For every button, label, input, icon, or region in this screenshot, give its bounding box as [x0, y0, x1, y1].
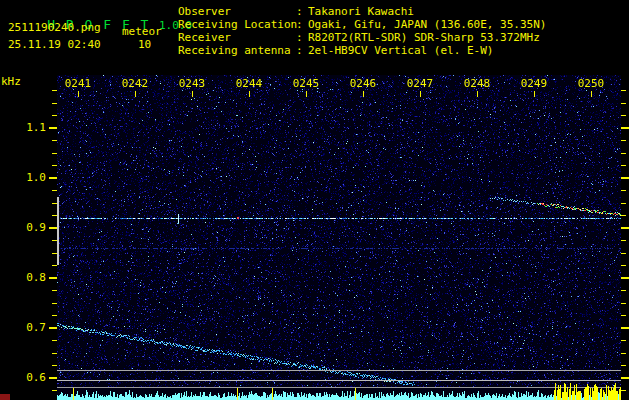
freq-minor-tick: [52, 90, 57, 91]
freq-minor-tick: [52, 240, 57, 241]
freq-minor-tick: [621, 315, 626, 316]
freq-minor-tick: [621, 290, 626, 291]
info-value: 2el-HB9CV Vertical (el. E-W): [308, 44, 493, 57]
freq-major-tick: [49, 227, 57, 229]
file-name: 2511190240.png: [8, 21, 101, 34]
info-colon: :: [296, 44, 308, 57]
info-colon: :: [296, 5, 308, 18]
time-tick: [249, 91, 250, 97]
info-colon: :: [296, 18, 308, 31]
spectrogram-canvas: [57, 75, 621, 400]
freq-minor-tick: [52, 365, 57, 366]
info-row: Receiving antenna:2el-HB9CV Vertical (el…: [178, 44, 546, 57]
time-tick: [363, 91, 364, 97]
time-tick: [135, 91, 136, 97]
info-value: Takanori Kawachi: [308, 5, 414, 18]
freq-label: 0.6: [4, 371, 46, 384]
info-row: Observer:Takanori Kawachi: [178, 5, 546, 18]
freq-minor-tick: [52, 153, 57, 154]
time-label: 0250: [576, 77, 606, 90]
freq-major-tick: [621, 127, 629, 129]
freq-minor-tick: [621, 340, 626, 341]
time-label: 0245: [291, 77, 321, 90]
time-label: 0242: [120, 77, 150, 90]
freq-minor-tick: [52, 103, 57, 104]
freq-minor-tick: [621, 203, 626, 204]
freq-minor-tick: [621, 115, 626, 116]
freq-label: 1.0: [4, 171, 46, 184]
freq-minor-tick: [621, 253, 626, 254]
freq-minor-tick: [621, 265, 626, 266]
freq-label: 1.1: [4, 121, 46, 134]
freq-minor-tick: [52, 390, 57, 391]
info-label: Receiving antenna: [178, 44, 296, 57]
info-row: Receiver:R820T2(RTL-SDR) SDR-Sharp 53.37…: [178, 31, 546, 44]
freq-minor-tick: [52, 140, 57, 141]
time-label: 0249: [519, 77, 549, 90]
mode-label: meteor: [122, 25, 162, 38]
time-tick: [477, 91, 478, 97]
freq-minor-tick: [52, 115, 57, 116]
freq-minor-tick: [52, 303, 57, 304]
hrofft-window: H R O F F T1.0.0 2511190240.png meteor 2…: [0, 0, 629, 400]
freq-major-tick: [49, 377, 57, 379]
time-label: 0246: [348, 77, 378, 90]
freq-minor-tick: [52, 290, 57, 291]
info-row: Receiving Location:Ogaki, Gifu, JAPAN (1…: [178, 18, 546, 31]
freq-minor-tick: [621, 190, 626, 191]
freq-major-tick: [49, 277, 57, 279]
time-tick: [192, 91, 193, 97]
freq-minor-tick: [621, 165, 626, 166]
freq-minor-tick: [52, 340, 57, 341]
info-label: Receiving Location: [178, 18, 296, 31]
freq-major-tick: [621, 327, 629, 329]
freq-minor-tick: [52, 203, 57, 204]
freq-minor-tick: [621, 153, 626, 154]
time-label: 0241: [63, 77, 93, 90]
freq-minor-tick: [621, 103, 626, 104]
info-colon: :: [296, 31, 308, 44]
time-tick: [306, 91, 307, 97]
freq-label: 0.7: [4, 321, 46, 334]
freq-minor-tick: [621, 140, 626, 141]
freq-major-tick: [49, 177, 57, 179]
freq-minor-tick: [621, 390, 626, 391]
freq-axis-unit: kHz: [1, 75, 21, 88]
freq-minor-tick: [52, 253, 57, 254]
info-label: Receiver: [178, 31, 296, 44]
info-value: R820T2(RTL-SDR) SDR-Sharp 53.372MHz: [308, 31, 540, 44]
info-value: Ogaki, Gifu, JAPAN (136.60E, 35.35N): [308, 18, 546, 31]
station-info: Observer:Takanori KawachiReceiving Locat…: [178, 5, 546, 57]
meteor-count: 10: [138, 38, 151, 51]
time-label: 0248: [462, 77, 492, 90]
time-tick: [534, 91, 535, 97]
freq-major-tick: [621, 377, 629, 379]
freq-label: 0.9: [4, 221, 46, 234]
time-tick: [420, 91, 421, 97]
freq-minor-tick: [621, 90, 626, 91]
freq-minor-tick: [52, 265, 57, 266]
freq-minor-tick: [52, 190, 57, 191]
datetime-label: 25.11.19 02:40: [8, 38, 101, 51]
freq-major-tick: [49, 127, 57, 129]
freq-minor-tick: [52, 165, 57, 166]
freq-major-tick: [621, 227, 629, 229]
time-tick: [78, 91, 79, 97]
freq-minor-tick: [52, 315, 57, 316]
freq-minor-tick: [621, 365, 626, 366]
freq-minor-tick: [52, 353, 57, 354]
freq-major-tick: [49, 327, 57, 329]
freq-minor-tick: [621, 353, 626, 354]
freq-minor-tick: [621, 303, 626, 304]
freq-minor-tick: [52, 215, 57, 216]
freq-major-tick: [621, 177, 629, 179]
freq-major-tick: [621, 277, 629, 279]
freq-minor-tick: [621, 215, 626, 216]
info-label: Observer: [178, 5, 296, 18]
time-label: 0243: [177, 77, 207, 90]
time-label: 0244: [234, 77, 264, 90]
freq-minor-tick: [621, 240, 626, 241]
freq-label: 0.8: [4, 271, 46, 284]
time-tick: [591, 91, 592, 97]
time-label: 0247: [405, 77, 435, 90]
